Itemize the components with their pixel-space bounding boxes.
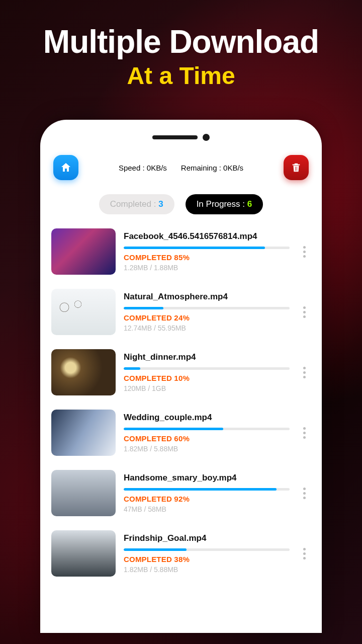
progress-bar (124, 488, 290, 491)
home-icon (60, 162, 72, 174)
phone-notch (49, 134, 313, 141)
progress-fill (124, 367, 140, 370)
list-item[interactable]: Natural_Atmosphere.mp4 COMPLETED 24% 12.… (51, 289, 311, 335)
front-camera (203, 134, 210, 141)
tab-progress-label: In Progress : (197, 199, 247, 209)
hero-banner: Multiple Download At a Time (43, 25, 319, 90)
list-item[interactable]: Night_dinner.mp4 COMPLETED 10% 120MB / 1… (51, 349, 311, 395)
video-thumbnail (51, 228, 116, 275)
tab-completed-label: Completed : (110, 199, 158, 209)
status-text: COMPLETED 10% (124, 374, 290, 382)
more-button[interactable] (298, 306, 311, 318)
progress-bar (124, 548, 290, 551)
file-name: Night_dinner.mp4 (124, 352, 290, 362)
list-item[interactable]: Handsome_smary_boy.mp4 COMPLETED 92% 47M… (51, 470, 311, 516)
video-thumbnail (51, 410, 116, 456)
status-text: COMPLETED 85% (124, 253, 290, 262)
hero-title: Multiple Download (43, 25, 319, 59)
status-text: COMPLETED 24% (124, 313, 290, 322)
remaining-stat: Remaining : 0KB/s (181, 164, 243, 172)
size-text: 1.28MB / 1.88MB (124, 264, 290, 272)
item-body: Facebook_4546.5416576814.mp4 COMPLETED 8… (124, 231, 290, 272)
size-text: 1.82MB / 5.88MB (124, 445, 290, 453)
more-button[interactable] (298, 548, 311, 559)
speed-stat: Speed : 0KB/s (119, 164, 167, 172)
progress-fill (124, 488, 277, 491)
file-name: Facebook_4546.5416576814.mp4 (124, 231, 290, 242)
file-name: Handsome_smary_boy.mp4 (124, 473, 290, 483)
trash-icon (291, 162, 302, 173)
file-name: Frindship_Goal.mp4 (124, 533, 290, 543)
tab-completed[interactable]: Completed : 3 (99, 194, 174, 214)
tab-progress-count: 6 (247, 199, 252, 209)
item-body: Night_dinner.mp4 COMPLETED 10% 120MB / 1… (124, 352, 290, 392)
download-list: Facebook_4546.5416576814.mp4 COMPLETED 8… (49, 228, 313, 577)
video-thumbnail (51, 349, 116, 395)
item-body: Handsome_smary_boy.mp4 COMPLETED 92% 47M… (124, 473, 290, 513)
filter-tabs: Completed : 3 In Progress : 6 (49, 194, 313, 214)
home-button[interactable] (53, 155, 78, 180)
file-name: Natural_Atmosphere.mp4 (124, 292, 290, 302)
progress-bar (124, 367, 290, 370)
list-item[interactable]: Wedding_couple.mp4 COMPLETED 60% 1.82MB … (51, 410, 311, 456)
transfer-stats: Speed : 0KB/s Remaining : 0KB/s (78, 164, 284, 172)
file-name: Wedding_couple.mp4 (124, 413, 290, 423)
top-bar: Speed : 0KB/s Remaining : 0KB/s (49, 155, 313, 180)
item-body: Wedding_couple.mp4 COMPLETED 60% 1.82MB … (124, 413, 290, 453)
item-body: Natural_Atmosphere.mp4 COMPLETED 24% 12.… (124, 292, 290, 332)
progress-fill (124, 548, 187, 551)
list-item[interactable]: Frindship_Goal.mp4 COMPLETED 38% 1.82MB … (51, 530, 311, 577)
progress-fill (124, 307, 163, 309)
list-item[interactable]: Facebook_4546.5416576814.mp4 COMPLETED 8… (51, 228, 311, 275)
size-text: 12.74MB / 55.95MB (124, 324, 290, 332)
video-thumbnail (51, 289, 116, 335)
status-text: COMPLETED 38% (124, 555, 290, 564)
progress-bar (124, 428, 290, 430)
status-text: COMPLETED 92% (124, 495, 290, 503)
status-text: COMPLETED 60% (124, 434, 290, 443)
video-thumbnail (51, 530, 116, 577)
size-text: 47MB / 58MB (124, 505, 290, 513)
tab-in-progress[interactable]: In Progress : 6 (186, 194, 263, 214)
size-text: 120MB / 1GB (124, 384, 290, 392)
more-button[interactable] (298, 246, 311, 258)
more-button[interactable] (298, 488, 311, 499)
progress-fill (124, 428, 223, 430)
delete-button[interactable] (284, 155, 309, 180)
more-button[interactable] (298, 367, 311, 378)
progress-bar (124, 247, 290, 249)
video-thumbnail (51, 470, 116, 516)
speaker-slot (152, 135, 198, 139)
size-text: 1.82MB / 5.88MB (124, 566, 290, 574)
more-button[interactable] (298, 427, 311, 439)
progress-bar (124, 307, 290, 309)
phone-frame: Speed : 0KB/s Remaining : 0KB/s Complete… (40, 120, 322, 633)
progress-fill (124, 247, 265, 249)
hero-subtitle: At a Time (43, 62, 319, 90)
item-body: Frindship_Goal.mp4 COMPLETED 38% 1.82MB … (124, 533, 290, 574)
tab-completed-count: 3 (158, 199, 163, 209)
